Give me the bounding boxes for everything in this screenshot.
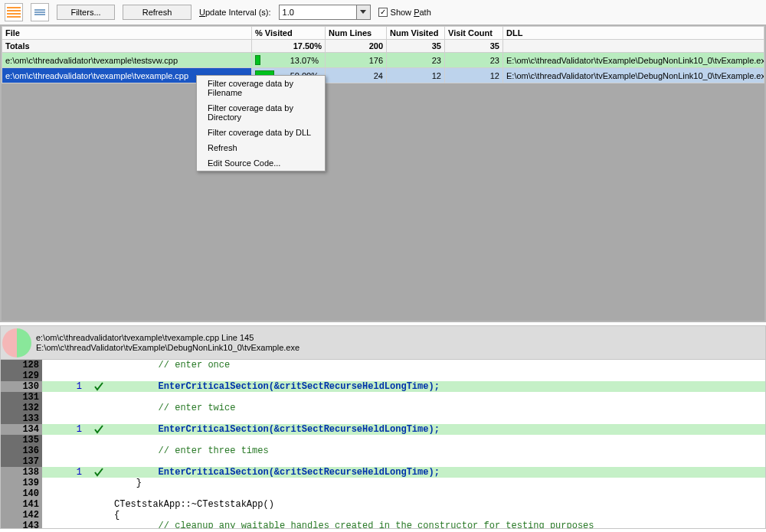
code-line[interactable]: 142{	[1, 510, 765, 521]
line-number: 138	[1, 467, 42, 478]
totals-row: Totals 17.50% 200 35 35	[2, 40, 764, 53]
menu-edit-source[interactable]: Edit Source Code...	[197, 155, 325, 171]
code-text	[111, 456, 765, 467]
hit-count	[42, 392, 87, 403]
refresh-button[interactable]: Refresh	[123, 5, 192, 20]
code-line[interactable]: 143 // cleanup any waitable handles crea…	[1, 521, 765, 529]
totals-label: Totals	[2, 40, 252, 53]
mark-empty	[87, 360, 111, 370]
line-number: 133	[1, 413, 42, 424]
check-icon	[87, 424, 111, 435]
code-line[interactable]: 141CTeststakApp::~CTeststakApp()	[1, 499, 765, 510]
line-number: 131	[1, 392, 42, 403]
menu-filter-dll[interactable]: Filter coverage data by DLL	[197, 125, 325, 140]
table-header-row[interactable]: File % Visited Num Lines Num Visited Vis…	[2, 27, 764, 40]
code-line[interactable]: 132 // enter twice	[1, 403, 765, 413]
code-line[interactable]: 129	[1, 370, 765, 381]
code-text: CTeststakApp::~CTeststakApp()	[111, 499, 765, 510]
menu-refresh[interactable]: Refresh	[197, 140, 325, 155]
code-line[interactable]: 128 // enter once	[1, 360, 765, 370]
file-info-line2: E:\om\c\threadValidator\tvExample\DebugN…	[36, 343, 300, 353]
toolbar: Filters... Refresh Update Interval (s): …	[0, 0, 766, 24]
code-text: EnterCriticalSection(&critSectRecurseHel…	[111, 381, 765, 392]
cell-visited: 13.07%	[252, 53, 326, 68]
totals-num-lines: 200	[326, 40, 387, 53]
toolbar-icon-lines[interactable]	[5, 3, 23, 21]
hit-count	[42, 435, 87, 446]
line-number: 140	[1, 488, 42, 499]
mark-empty	[87, 521, 111, 529]
mark-empty	[87, 435, 111, 446]
show-path-label: Show Path	[391, 8, 431, 17]
hit-count: 1	[42, 381, 87, 392]
code-line[interactable]: 140	[1, 488, 765, 499]
update-interval-combo[interactable]: 1.0	[279, 5, 371, 20]
col-dll[interactable]: DLL	[503, 27, 764, 40]
line-number: 136	[1, 446, 42, 456]
file-info-line1: e:\om\c\threadvalidator\tvexample\tvexam…	[36, 333, 300, 343]
code-line[interactable]: 1381 EnterCriticalSection(&critSectRecur…	[1, 467, 765, 478]
line-number: 141	[1, 499, 42, 510]
hit-count	[42, 488, 87, 499]
table-row[interactable]: e:\om\c\threadvalidator\tvexample\testsv…	[2, 53, 764, 68]
line-number: 128	[1, 360, 42, 370]
col-num-lines[interactable]: Num Lines	[326, 27, 387, 40]
line-number: 135	[1, 435, 42, 446]
hit-count	[42, 510, 87, 521]
mark-empty	[87, 413, 111, 424]
code-line[interactable]: 1341 EnterCriticalSection(&critSectRecur…	[1, 424, 765, 435]
code-text	[111, 413, 765, 424]
col-visited[interactable]: % Visited	[252, 27, 326, 40]
mark-empty	[87, 446, 111, 456]
mark-empty	[87, 403, 111, 413]
menu-filter-filename[interactable]: Filter coverage data by Filename	[197, 76, 325, 100]
totals-visit-count: 35	[445, 40, 503, 53]
code-line[interactable]: 135	[1, 435, 765, 446]
code-text	[111, 488, 765, 499]
hit-count	[42, 478, 87, 488]
show-path-checkbox[interactable]: ✓ Show Path	[378, 8, 431, 17]
code-text: EnterCriticalSection(&critSectRecurseHel…	[111, 424, 765, 435]
line-number: 134	[1, 424, 42, 435]
code-text	[111, 370, 765, 381]
cell-visit-count: 12	[445, 68, 503, 83]
mark-empty	[87, 392, 111, 403]
toolbar-icon-bars[interactable]	[31, 3, 49, 21]
mark-empty	[87, 456, 111, 467]
cell-file: e:\om\c\threadvalidator\tvexample\testsv…	[2, 53, 252, 68]
coverage-grid-panel: File % Visited Num Lines Num Visited Vis…	[0, 24, 766, 322]
col-num-visited[interactable]: Num Visited	[387, 27, 445, 40]
code-line[interactable]: 131	[1, 392, 765, 403]
coverage-table[interactable]: File % Visited Num Lines Num Visited Vis…	[2, 26, 764, 83]
code-line[interactable]: 137	[1, 456, 765, 467]
source-code-panel[interactable]: 128 // enter once1291301 EnterCriticalSe…	[0, 359, 766, 529]
line-number: 132	[1, 403, 42, 413]
code-text: // cleanup any waitable handles created …	[111, 521, 765, 529]
hit-count	[42, 360, 87, 370]
update-interval-label: Update Interval (s):	[199, 8, 271, 17]
totals-num-visited: 35	[387, 40, 445, 53]
check-icon	[87, 381, 111, 392]
checkbox-icon: ✓	[378, 8, 388, 17]
table-row-selected[interactable]: e:\om\c\threadvalidator\tvexample\tvexam…	[2, 68, 764, 83]
col-file[interactable]: File	[2, 27, 252, 40]
code-line[interactable]: 1301 EnterCriticalSection(&critSectRecur…	[1, 381, 765, 392]
file-info-bar: e:\om\c\threadvalidator\tvexample\tvexam…	[0, 325, 766, 359]
hit-count	[42, 446, 87, 456]
chevron-down-icon[interactable]	[356, 5, 370, 19]
col-visit-count[interactable]: Visit Count	[445, 27, 503, 40]
context-menu: Filter coverage data by Filename Filter …	[196, 75, 326, 171]
menu-filter-directory[interactable]: Filter coverage data by Directory	[197, 100, 325, 125]
code-line[interactable]: 133	[1, 413, 765, 424]
line-number: 142	[1, 510, 42, 521]
hit-count	[42, 499, 87, 510]
line-number: 137	[1, 456, 42, 467]
filters-button[interactable]: Filters...	[57, 5, 115, 20]
code-line[interactable]: 139 }	[1, 478, 765, 488]
cell-num-visited: 12	[387, 68, 445, 83]
coverage-pie-icon	[2, 328, 31, 357]
file-info-text: e:\om\c\threadvalidator\tvexample\tvexam…	[36, 333, 300, 353]
code-line[interactable]: 136 // enter three times	[1, 446, 765, 456]
hit-count	[42, 403, 87, 413]
cell-dll: E:\om\c\threadValidator\tvExample\DebugN…	[503, 53, 764, 68]
